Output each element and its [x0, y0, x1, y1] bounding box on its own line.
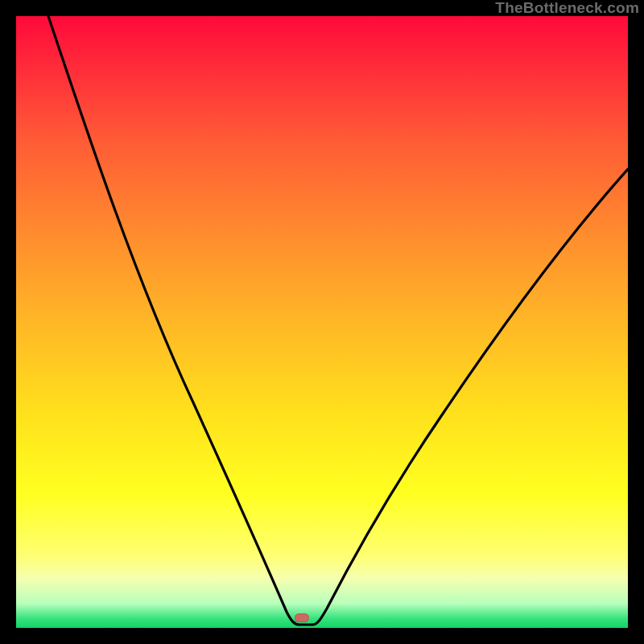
curve-path [48, 16, 628, 625]
minimum-marker [295, 613, 309, 622]
watermark-text: TheBottleneck.com [495, 0, 639, 17]
plot-area [16, 16, 628, 628]
chart-frame: TheBottleneck.com [0, 0, 644, 644]
bottleneck-curve [16, 16, 628, 628]
